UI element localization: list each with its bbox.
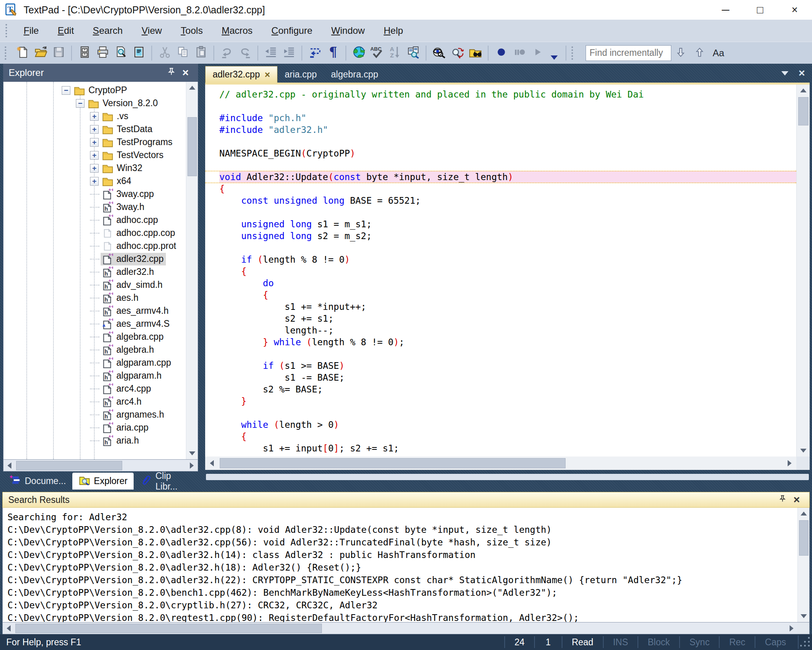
paste-button[interactable] (192, 44, 210, 62)
tab-close-icon[interactable]: × (265, 69, 270, 80)
tree-item-.vs[interactable]: +.vs (4, 110, 186, 123)
tree-item-aes_armv4.S[interactable]: ++aes_armv4.S (4, 317, 186, 330)
results-vertical-scrollbar[interactable] (797, 508, 809, 622)
search-result-line[interactable]: C:\Dev\CryptoPP\Version_8.2.0\adler32.h(… (7, 549, 797, 561)
expander-minus-icon[interactable]: − (76, 99, 85, 108)
menu-configure[interactable]: Configure (262, 25, 322, 36)
tree-item-3way.h[interactable]: ++h3way.h (4, 201, 186, 214)
play-macro-button[interactable] (528, 44, 546, 62)
menu-help[interactable]: Help (374, 25, 412, 36)
toolbar-grip[interactable] (5, 46, 8, 60)
tree-item-TestData[interactable]: +TestData (4, 123, 186, 136)
minimize-button[interactable]: ─ (708, 0, 743, 20)
toolbar-overflow-button[interactable] (546, 44, 562, 62)
menu-tools[interactable]: Tools (171, 25, 212, 36)
pin-icon[interactable] (164, 66, 178, 80)
search-replace-button[interactable] (448, 44, 466, 62)
find-previous-button[interactable] (690, 44, 709, 62)
tree-scroll-down-button[interactable] (186, 447, 198, 459)
web-browse-button[interactable] (350, 44, 368, 62)
tree-item-aes.h[interactable]: ++haes.h (4, 291, 186, 304)
tree-item-arc4.h[interactable]: ++harc4.h (4, 395, 186, 408)
copy-button[interactable] (174, 44, 192, 62)
word-wrap-button[interactable] (306, 44, 324, 62)
tab-aria.cpp[interactable]: aria.cpp (277, 66, 324, 83)
print-preview-button[interactable] (112, 44, 130, 62)
close-button[interactable]: × (777, 0, 812, 20)
results-scroll-down-button[interactable] (798, 610, 809, 622)
save-button[interactable] (50, 44, 68, 62)
code-editor[interactable]: // adler32.cpp - originally written and … (205, 85, 796, 457)
panel-tab-cliplibr[interactable]: Clip Libr... (134, 473, 198, 490)
tree-item-adhoc.cpp.prot[interactable]: adhoc.cpp.prot (4, 239, 186, 252)
unindent-button[interactable] (262, 44, 280, 62)
panel-resize-groove[interactable] (206, 474, 809, 480)
search-result-line[interactable]: C:\Dev\CryptoPP\Version_8.2.0\adler32.h(… (7, 574, 797, 586)
editor-horizontal-scrollbar[interactable] (205, 457, 810, 470)
tree-scroll-left-button[interactable] (4, 460, 15, 471)
search-result-line[interactable]: C:\Dev\CryptoPP\Version_8.2.0\cryptlib.h… (7, 599, 797, 611)
tree-item-aria.h[interactable]: ++haria.h (4, 434, 186, 447)
find-in-files-button[interactable] (466, 44, 484, 62)
tree-item-Version_8.2.0[interactable]: −Version_8.2.0 (4, 97, 186, 110)
explorer-close-icon[interactable]: × (178, 66, 193, 79)
editor-scroll-thumb[interactable] (798, 97, 808, 125)
find-input[interactable] (586, 45, 671, 61)
editor-scroll-left-button[interactable] (205, 457, 219, 469)
search-result-line[interactable]: C:\Dev\CryptoPP\Version_8.2.0\adler32.cp… (7, 536, 797, 549)
tree-item-algparam.cpp[interactable]: ++algparam.cpp (4, 356, 186, 369)
tree-scroll-thumb[interactable] (187, 117, 197, 176)
tree-item-algebra.h[interactable]: ++halgebra.h (4, 343, 186, 356)
expander-plus-icon[interactable]: + (90, 112, 99, 121)
spell-check-button[interactable]: ABC (368, 44, 386, 62)
menubar-grip[interactable] (6, 24, 9, 37)
search-result-line[interactable]: C:\Dev\CryptoPP\Version_8.2.0\adler32.h(… (7, 561, 797, 574)
tree-item-aes_armv4.h[interactable]: ++haes_armv4.h (4, 304, 186, 317)
editor-scroll-down-button[interactable] (797, 445, 810, 457)
match-case-button[interactable]: Aa (709, 44, 728, 62)
tree-item-algparam.h[interactable]: ++halgparam.h (4, 369, 186, 382)
maximize-button[interactable]: □ (743, 0, 777, 20)
tree-item-arc4.cpp[interactable]: ++arc4.cpp (4, 382, 186, 395)
tree-item-aria.cpp[interactable]: ++aria.cpp (4, 421, 186, 434)
expander-plus-icon[interactable]: + (90, 125, 99, 134)
results-scroll-right-button[interactable] (786, 622, 797, 634)
pause-macro-button[interactable] (510, 44, 528, 62)
indent-button[interactable] (280, 44, 298, 62)
pin-icon[interactable] (775, 493, 790, 507)
close-document-icon[interactable]: × (799, 67, 805, 79)
tree-scroll-up-button[interactable] (186, 82, 198, 94)
editor-scroll-up-button[interactable] (797, 85, 810, 96)
resize-grip[interactable] (798, 635, 811, 649)
tree-hscroll-thumb[interactable] (16, 461, 122, 470)
show-formatting-button[interactable]: ¶ (324, 44, 342, 62)
expander-plus-icon[interactable]: + (90, 138, 99, 147)
editor-hscroll-thumb[interactable] (220, 458, 566, 468)
search-result-line[interactable]: Searching for: Adler32 (7, 511, 797, 523)
find-next-button[interactable] (671, 44, 690, 62)
record-macro-button[interactable] (492, 44, 510, 62)
menu-view[interactable]: View (132, 25, 171, 36)
tree-item-TestVectors[interactable]: +TestVectors (4, 149, 186, 162)
expander-minus-icon[interactable]: − (62, 86, 70, 95)
expander-plus-icon[interactable]: + (90, 151, 99, 160)
tree-item-3way.cpp[interactable]: ++3way.cpp (4, 188, 186, 201)
tree-vertical-scrollbar[interactable] (186, 82, 198, 459)
chevron-down-icon[interactable] (781, 71, 788, 75)
tree-item-adler32.h[interactable]: ++hadler32.h (4, 265, 186, 278)
results-hscroll-thumb[interactable] (15, 624, 322, 633)
search-results-close-icon[interactable]: × (790, 493, 804, 506)
tree-item-algebra.cpp[interactable]: ++algebra.cpp (4, 330, 186, 343)
compare-files-button[interactable] (404, 44, 422, 62)
menu-macros[interactable]: Macros (212, 25, 262, 36)
file-cabinet-button[interactable] (75, 44, 94, 62)
tree-item-adhoc.cpp.cop[interactable]: adhoc.cpp.cop (4, 226, 186, 239)
tree-scroll-right-button[interactable] (186, 460, 198, 471)
menu-window[interactable]: Window (322, 25, 374, 36)
expander-plus-icon[interactable]: + (90, 164, 99, 173)
tree-item-adhoc.cpp[interactable]: ++adhoc.cpp (4, 214, 186, 226)
tab-adler32.cpp[interactable]: adler32.cpp× (205, 66, 277, 83)
tree-item-adler32.cpp[interactable]: ++adler32.cpp (4, 252, 186, 265)
search-result-line[interactable]: C:\Dev\CryptoPP\Version_8.2.0\adler32.cp… (7, 523, 797, 536)
menu-file[interactable]: File (14, 25, 48, 36)
